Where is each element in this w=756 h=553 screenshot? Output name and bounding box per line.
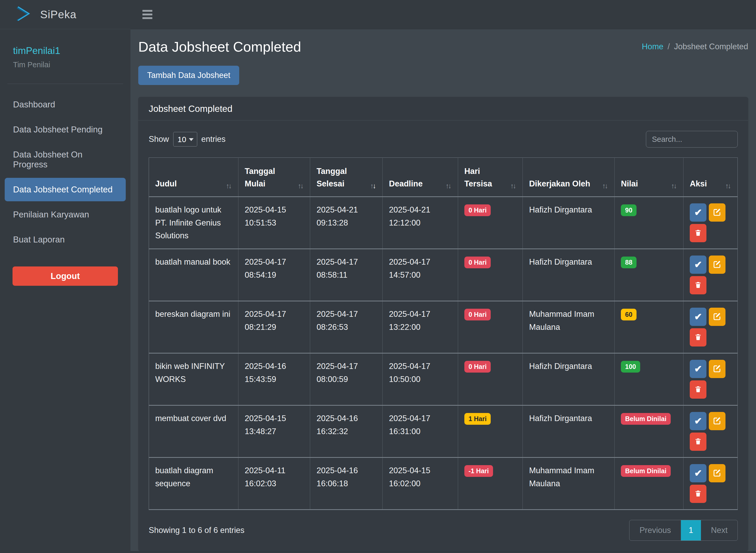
nilai-cell: 90 [615,197,683,249]
table-info: Showing 1 to 6 of 6 entries [149,526,245,535]
jobsheet-card: Jobsheet Completed Show 10 entries [138,97,748,551]
menu-icon[interactable] [142,10,152,19]
delete-button[interactable] [690,328,706,346]
breadcrumb-separator: / [668,42,670,51]
hari-tersisa-badge: 1 Hari [464,413,491,425]
trash-icon [694,281,702,290]
aksi-cell: ✔ [683,405,738,458]
user-role: Tim Penilai [13,61,130,69]
delete-button[interactable] [690,432,706,451]
sidebar-item-penilaian-karyawan[interactable]: Penilaian Karyawan [5,203,126,226]
column-header-tanggal-mulai[interactable]: Tanggal Mulai↑↓ [238,158,310,197]
hari-tersisa-cell: 1 Hari [458,405,523,458]
approve-button[interactable]: ✔ [690,204,706,222]
deadline-cell: 2025-04-17 10:50:00 [383,353,458,405]
brand-name: SiPeka [40,8,76,21]
delete-button[interactable] [690,224,706,242]
column-header-nilai[interactable]: Nilai↑↓ [615,158,683,197]
entries-label: entries [201,135,226,144]
page-size-select[interactable]: 10 [173,132,197,147]
approve-button[interactable]: ✔ [690,464,706,482]
card-header: Jobsheet Completed [138,97,748,121]
user-name[interactable]: timPenilai1 [13,46,130,56]
check-icon: ✔ [694,259,702,270]
app-root: SiPeka timPenilai1 Tim Penilai Dashboard… [0,0,756,553]
search-input[interactable] [646,131,738,148]
brand[interactable]: SiPeka [0,0,130,29]
sort-icon: ↑↓ [725,182,731,190]
dikerjakan-oleh-cell: Hafizh Dirgantara [523,197,615,249]
sidebar-item-buat-laporan[interactable]: Buat Laporan [5,228,126,251]
aksi-cell: ✔ [683,249,738,301]
nilai-badge: Belum Dinilai [621,465,671,477]
tanggal-selesai-cell: 2025-04-21 09:13:28 [310,197,383,249]
sidebar-item-data-jobsheet-completed[interactable]: Data Jobsheet Completed [5,178,126,201]
sort-icon: ↑↓ [602,182,608,190]
check-icon: ✔ [694,207,702,218]
hari-tersisa-badge: -1 Hari [464,465,493,477]
edit-button[interactable] [709,412,726,430]
column-header-aksi[interactable]: Aksi↑↓ [683,158,738,197]
edit-button[interactable] [709,464,726,482]
approve-button[interactable]: ✔ [690,308,706,326]
judul-cell: bikin web INFINITY WORKS [149,353,238,405]
main-column: Data Jobsheet Completed Home / Jobsheet … [130,0,756,553]
delete-button[interactable] [690,485,706,503]
pagination-page-1[interactable]: 1 [681,520,701,541]
column-label: Nilai [621,177,638,190]
edit-button[interactable] [709,308,726,326]
logout-button[interactable]: Logout [12,266,118,286]
edit-icon [713,208,721,217]
edit-button[interactable] [709,255,726,274]
trash-icon [694,333,702,342]
hari-tersisa-cell: 0 Hari [458,301,523,353]
nilai-badge: 60 [621,309,636,320]
approve-button[interactable]: ✔ [690,360,706,378]
column-label: Deadline [389,177,423,190]
approve-button[interactable]: ✔ [690,255,706,274]
table-row: membuat cover dvd2025-04-15 13:48:272025… [149,405,738,458]
edit-button[interactable] [709,360,726,378]
aksi-cell: ✔ [683,458,738,510]
breadcrumb-home-link[interactable]: Home [642,42,664,51]
sort-icon: ↑↓ [671,182,677,190]
column-header-deadline[interactable]: Deadline↑↓ [383,158,458,197]
deadline-cell: 2025-04-17 16:31:00 [383,405,458,458]
dikerjakan-oleh-cell: Hafizh Dirgantara [523,353,615,405]
action-buttons: ✔ [690,255,728,294]
tanggal-mulai-cell: 2025-04-11 16:02:03 [238,458,310,510]
check-icon: ✔ [694,364,702,374]
pagination-previous[interactable]: Previous [629,520,681,541]
delete-button[interactable] [690,380,706,399]
judul-cell: buatlah manual book [149,249,238,301]
top-navbar [130,0,756,29]
sort-icon: ↑↓ [370,182,376,190]
tanggal-mulai-cell: 2025-04-17 08:54:19 [238,249,310,301]
column-label: Tanggal Mulai [245,165,295,190]
trash-icon [694,490,702,498]
sidebar-item-data-jobsheet-on-progress[interactable]: Data Jobsheet On Progress [5,143,126,176]
breadcrumb-current: Jobsheet Completed [674,42,748,51]
column-header-hari-tersisa[interactable]: Hari Tersisa↑↓ [458,158,523,197]
judul-cell: buatlah diagram sequence [149,458,238,510]
column-label: Hari Tersisa [464,165,508,190]
dikerjakan-oleh-cell: Hafizh Dirgantara [523,249,615,301]
column-header-judul[interactable]: Judul↑↓ [149,158,238,197]
column-header-dikerjakan-oleh[interactable]: Dikerjakan Oleh↑↓ [523,158,615,197]
edit-button[interactable] [709,204,726,222]
sidebar-item-data-jobsheet-pending[interactable]: Data Jobsheet Pending [5,118,126,141]
sidebar-item-dashboard[interactable]: Dashboard [5,93,126,116]
delete-button[interactable] [690,276,706,294]
column-header-tanggal-selesai[interactable]: Tanggal Selesai↑↓ [310,158,383,197]
user-panel: timPenilai1 Tim Penilai [0,29,130,69]
pagination-next[interactable]: Next [701,520,738,541]
content-area: Data Jobsheet Completed Home / Jobsheet … [130,29,756,551]
sidebar-nav: DashboardData Jobsheet PendingData Jobsh… [0,91,130,253]
card-body: Show 10 entries [138,121,748,551]
approve-button[interactable]: ✔ [690,412,706,430]
table-row: buatlah manual book2025-04-17 08:54:1920… [149,249,738,301]
action-buttons: ✔ [690,308,728,346]
add-jobsheet-button[interactable]: Tambah Data Jobsheet [138,66,239,85]
trash-icon [694,438,702,446]
action-buttons: ✔ [690,464,728,503]
